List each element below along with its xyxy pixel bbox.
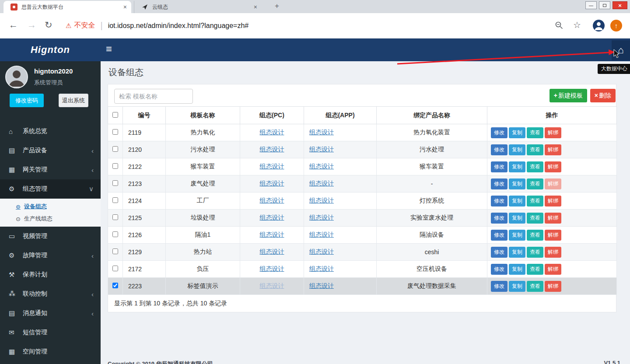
view-button[interactable]: 查看 [527,264,543,275]
sidebar-subitem-line-config[interactable]: ⊙生产线组态 [0,213,101,225]
unbind-button[interactable]: 解绑 [545,127,561,138]
tab-close-icon[interactable]: × [123,4,127,10]
change-password-button[interactable]: 修改密码 [10,94,44,107]
window-close-button[interactable]: × [612,1,627,9]
logo[interactable]: Hignton [0,38,101,61]
unbind-button[interactable]: 解绑 [545,264,561,275]
pc-config-link[interactable]: 组态设计 [260,197,284,204]
app-config-link[interactable]: 组态设计 [309,163,334,170]
pc-config-link[interactable]: 组态设计 [260,163,284,170]
copy-button[interactable]: 复制 [509,281,525,292]
app-config-link[interactable]: 组态设计 [309,282,334,289]
unbind-button[interactable]: 解绑 [545,230,561,241]
edit-button[interactable]: 修改 [491,161,508,172]
address-bar[interactable]: ⚠ 不安全 | iot.idosp.net/admin/index.html?l… [66,21,248,31]
unbind-button[interactable]: 解绑 [545,196,561,206]
edit-button[interactable]: 修改 [491,196,508,206]
copy-button[interactable]: 复制 [509,178,525,189]
sidebar-item-config[interactable]: ⚙组态管理∨ [0,179,101,199]
edit-button[interactable]: 修改 [491,127,508,138]
logout-button[interactable]: 退出系统 [59,94,88,107]
sidebar-item-video[interactable]: ▭视频管理 [0,227,101,246]
unbind-button[interactable]: 解绑 [545,178,561,189]
app-config-link[interactable]: 组态设计 [309,265,334,272]
app-config-link[interactable]: 组态设计 [309,231,334,238]
edit-button[interactable]: 修改 [491,264,508,275]
sidebar-item-gateway[interactable]: ▦网关管理‹ [0,160,101,179]
unbind-button[interactable]: 解绑 [545,213,561,224]
browser-tab-platform[interactable]: 思普云大数据平台 × [4,1,131,13]
browser-tab-cloud-config[interactable]: 云组态 × [134,1,262,13]
forward-icon[interactable]: → [27,20,36,30]
tab-close-icon[interactable]: × [254,4,257,10]
edit-button[interactable]: 修改 [491,281,508,292]
row-checkbox[interactable] [112,248,118,254]
select-all-checkbox[interactable] [112,112,118,118]
pc-config-link[interactable]: 组态设计 [260,146,284,153]
view-button[interactable]: 查看 [527,144,543,155]
app-config-link[interactable]: 组态设计 [309,129,334,136]
search-input[interactable] [114,89,193,104]
unbind-button[interactable]: 解绑 [545,281,561,292]
sidebar-item-linkage[interactable]: ⁂联动控制‹ [0,284,101,304]
sidebar-item-product-devices[interactable]: ▤产品设备‹ [0,141,101,160]
home-button[interactable]: ⌂ [612,40,630,60]
pc-config-link[interactable]: 组态设计 [260,248,284,255]
new-template-button[interactable]: +新建模板 [550,89,587,102]
row-checkbox[interactable] [112,266,118,271]
row-checkbox[interactable] [112,180,118,186]
copy-button[interactable]: 复制 [509,213,525,224]
view-button[interactable]: 查看 [527,281,543,292]
row-checkbox[interactable] [112,231,118,237]
pc-config-link[interactable]: 组态设计 [260,214,284,221]
view-button[interactable]: 查看 [527,161,543,172]
window-restore-button[interactable] [599,1,610,9]
unbind-button[interactable]: 解绑 [545,247,561,258]
copy-button[interactable]: 复制 [509,230,525,241]
browser-update-icon[interactable]: ↑ [610,20,622,32]
bookmark-star-icon[interactable]: ☆ [573,20,581,30]
sidebar-item-message[interactable]: ▤消息通知‹ [0,304,101,323]
pc-config-link[interactable]: 组态设计 [260,180,284,187]
pc-config-link[interactable]: 组态设计 [260,231,284,238]
reload-icon[interactable]: ↻ [45,20,52,30]
row-checkbox[interactable] [112,163,118,169]
sidebar-item-overview[interactable]: ⌂系统总览 [0,122,101,141]
pc-config-link[interactable]: 组态设计 [260,282,284,289]
window-minimize-button[interactable]: — [585,1,597,9]
sidebar-subitem-device-config[interactable]: ⊙设备组态 [0,200,101,213]
view-button[interactable]: 查看 [527,213,543,224]
edit-button[interactable]: 修改 [491,144,508,155]
row-checkbox[interactable] [112,129,118,135]
unbind-button[interactable]: 解绑 [545,144,561,155]
view-button[interactable]: 查看 [527,127,543,138]
sidebar-item-sms[interactable]: ✉短信管理 [0,323,101,342]
app-config-link[interactable]: 组态设计 [309,197,334,204]
edit-button[interactable]: 修改 [491,178,508,189]
edit-button[interactable]: 修改 [491,213,508,224]
view-button[interactable]: 查看 [527,178,543,189]
row-checkbox[interactable] [112,197,118,203]
edit-button[interactable]: 修改 [491,230,508,241]
back-icon[interactable]: ← [9,20,18,30]
view-button[interactable]: 查看 [527,196,543,206]
copy-button[interactable]: 复制 [509,144,525,155]
view-button[interactable]: 查看 [527,230,543,241]
copy-button[interactable]: 复制 [509,127,525,138]
app-config-link[interactable]: 组态设计 [309,248,334,255]
row-checkbox[interactable] [112,146,118,152]
unbind-button[interactable]: 解绑 [545,161,561,172]
delete-button[interactable]: ×删除 [590,89,616,102]
view-button[interactable]: 查看 [527,247,543,258]
user-avatar[interactable] [5,66,28,88]
sidebar-item-maintenance[interactable]: ⚒保养计划 [0,265,101,284]
row-checkbox[interactable] [112,214,118,220]
pc-config-link[interactable]: 组态设计 [260,265,284,272]
row-checkbox[interactable] [112,283,118,288]
copy-button[interactable]: 复制 [509,264,525,275]
sidebar-item-space[interactable]: ▦空间管理 [0,342,101,361]
app-config-link[interactable]: 组态设计 [309,146,334,153]
app-config-link[interactable]: 组态设计 [309,180,334,187]
browser-profile-avatar[interactable] [593,20,605,32]
sidebar-item-fault[interactable]: ⚙故障管理‹ [0,246,101,265]
